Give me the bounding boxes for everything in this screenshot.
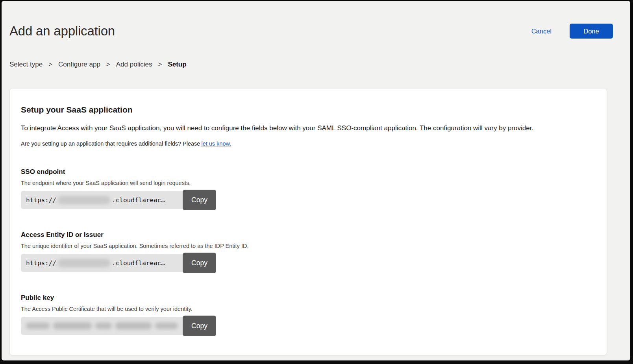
- field-description: The Access Public Certificate that will …: [21, 306, 596, 312]
- page-title: Add an application: [9, 24, 115, 39]
- field-value-row: https:// .cloudflareac… Copy: [21, 253, 216, 273]
- redacted-value: [26, 322, 178, 329]
- sso-endpoint-value: https:// .cloudflareac…: [21, 191, 183, 209]
- breadcrumb-separator: >: [158, 61, 162, 68]
- done-button[interactable]: Done: [570, 24, 613, 39]
- breadcrumb-step-setup: Setup: [168, 61, 186, 68]
- redacted-value: [58, 259, 110, 267]
- copy-button[interactable]: Copy: [183, 190, 216, 210]
- field-sso-endpoint: SSO endpoint The endpoint where your Saa…: [21, 168, 596, 210]
- redacted-value: [58, 196, 110, 204]
- field-description: The endpoint where your SaaS application…: [21, 180, 596, 186]
- public-key-value: [21, 317, 183, 335]
- field-label: Public key: [21, 294, 596, 302]
- setup-card: Setup your SaaS application To integrate…: [9, 88, 607, 355]
- let-us-know-link[interactable]: let us know.: [201, 140, 231, 147]
- card-note: Are you setting up an application that r…: [21, 140, 596, 147]
- card-intro: To integrate Access with your SaaS appli…: [21, 124, 596, 132]
- access-entity-id-value: https:// .cloudflareac…: [21, 254, 183, 272]
- value-prefix: https://: [26, 196, 56, 204]
- breadcrumb-separator: >: [48, 61, 52, 68]
- field-access-entity-id: Access Entity ID or Issuer The unique id…: [21, 231, 596, 273]
- page-header: Add an application Cancel Done: [2, 1, 630, 39]
- field-description: The unique identifier of your SaaS appli…: [21, 243, 596, 249]
- header-actions: Cancel Done: [531, 24, 613, 39]
- value-suffix: .cloudflareac…: [112, 259, 165, 267]
- breadcrumb: Select type > Configure app > Add polici…: [2, 61, 630, 68]
- note-text: Are you setting up an application that r…: [21, 140, 200, 147]
- breadcrumb-separator: >: [106, 61, 110, 68]
- field-value-row: https:// .cloudflareac… Copy: [21, 190, 216, 210]
- cancel-button[interactable]: Cancel: [531, 28, 552, 35]
- copy-button[interactable]: Copy: [183, 316, 216, 336]
- field-label: Access Entity ID or Issuer: [21, 231, 596, 239]
- breadcrumb-step-configure-app[interactable]: Configure app: [58, 61, 100, 68]
- card-heading: Setup your SaaS application: [21, 105, 596, 115]
- page: Add an application Cancel Done Select ty…: [2, 1, 630, 360]
- copy-button[interactable]: Copy: [183, 253, 216, 273]
- value-suffix: .cloudflareac…: [112, 196, 165, 204]
- field-value-row: Copy: [21, 316, 216, 336]
- field-public-key: Public key The Access Public Certificate…: [21, 294, 596, 336]
- value-prefix: https://: [26, 259, 56, 267]
- breadcrumb-step-add-policies[interactable]: Add policies: [116, 61, 152, 68]
- field-label: SSO endpoint: [21, 168, 596, 176]
- breadcrumb-step-select-type[interactable]: Select type: [9, 61, 43, 68]
